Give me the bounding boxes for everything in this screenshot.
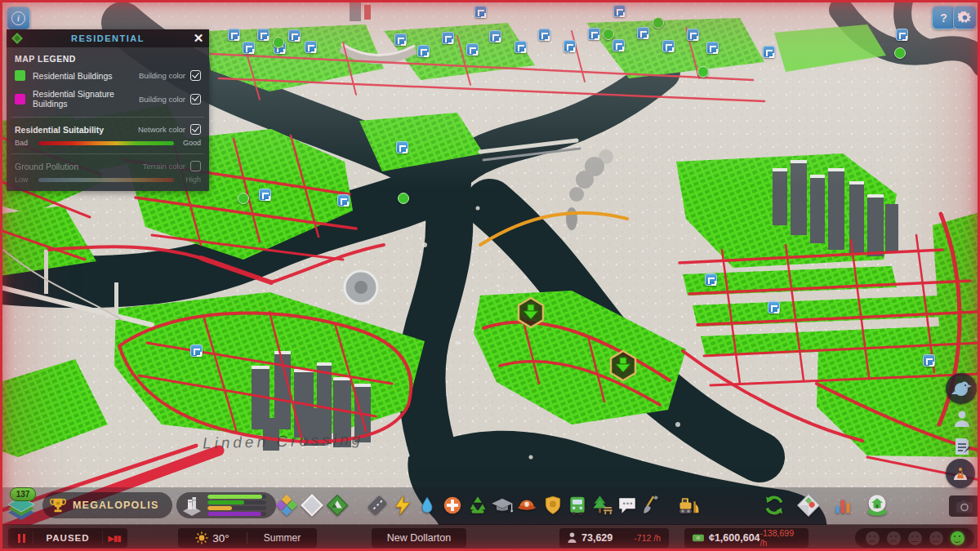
tool-economy-button[interactable] — [761, 491, 787, 519]
population-display[interactable]: 73,629 -712 /h — [559, 528, 669, 548]
milestone-label: MEGALOPOLIS — [73, 500, 159, 511]
network-color-checkbox[interactable] — [190, 124, 201, 135]
building-notification-icon[interactable] — [588, 28, 600, 40]
demand-bars — [207, 493, 266, 518]
building-notification-icon[interactable] — [538, 29, 550, 41]
city-demand-icon — [181, 495, 203, 516]
building-notification-icon[interactable] — [489, 30, 501, 42]
building-notification-icon[interactable] — [474, 6, 487, 18]
tool-transportation-button[interactable] — [564, 491, 590, 519]
parks-recreation-icon — [591, 494, 614, 517]
chirper-button[interactable] — [946, 373, 977, 404]
building-notification-icon[interactable] — [687, 29, 699, 41]
statistics-icon — [832, 495, 853, 516]
building-notification-icon[interactable] — [923, 354, 935, 367]
signature-color-swatch — [15, 94, 25, 104]
close-icon[interactable]: ✕ — [191, 31, 206, 46]
healthcare-icon — [442, 495, 463, 516]
building-notification-icon[interactable] — [394, 33, 407, 46]
help-button[interactable]: ? — [932, 6, 956, 29]
zone-upgrade-badge[interactable] — [608, 349, 638, 382]
legend-row-pollution: Ground Pollution Terrain color — [15, 161, 201, 171]
legend-type-label: Building color — [139, 71, 185, 80]
tool-terraforming-button[interactable] — [639, 491, 665, 519]
milestone-button[interactable]: MEGALOPOLIS — [42, 492, 172, 518]
building-notification-icon[interactable] — [466, 43, 479, 56]
building-notification-icon[interactable] — [305, 41, 317, 53]
building-notification-icon[interactable] — [662, 40, 675, 52]
building-notification-icon[interactable] — [613, 5, 626, 17]
building-color-checkbox-2[interactable] — [190, 94, 201, 104]
building-notification-icon[interactable] — [896, 29, 908, 41]
city-name-button[interactable]: New Dollarton — [372, 528, 466, 548]
building-notification-icon[interactable] — [396, 141, 408, 153]
legend-type-label: Building color — [139, 95, 185, 104]
building-notification-icon[interactable] — [190, 344, 203, 357]
building-notification-icon[interactable] — [337, 194, 350, 207]
tool-fire-rescue-button[interactable] — [514, 491, 540, 519]
terrain-color-checkbox[interactable] — [190, 161, 201, 171]
tool-vegetation-button[interactable] — [324, 491, 350, 519]
legend-type-label: Network color — [138, 125, 185, 134]
divider — [11, 117, 204, 118]
building-notification-icon[interactable] — [705, 273, 717, 286]
levelup-notification-icon[interactable] — [398, 193, 409, 204]
xp-progress-button[interactable]: 137 — [5, 489, 39, 523]
levelup-notification-icon[interactable] — [238, 193, 249, 204]
tool-zoning-button[interactable] — [274, 491, 300, 519]
building-color-checkbox-1[interactable] — [190, 70, 201, 81]
building-notification-icon[interactable] — [564, 40, 576, 52]
tool-areas-button[interactable] — [299, 491, 325, 519]
pollution-scale: Low High — [15, 176, 201, 184]
building-notification-icon[interactable] — [514, 41, 527, 53]
levelup-notification-icon[interactable] — [653, 17, 664, 29]
happiness-display[interactable] — [855, 528, 974, 548]
tool-progression-button[interactable] — [864, 491, 890, 519]
scale-min-label: Low — [15, 176, 34, 184]
citizen-info-button[interactable] — [947, 405, 977, 433]
tool-police-button[interactable] — [540, 491, 566, 519]
building-notification-icon[interactable] — [259, 189, 271, 201]
tool-statistics-button[interactable] — [830, 491, 856, 519]
radio-button[interactable] — [946, 459, 975, 488]
tool-roads-button[interactable] — [364, 491, 390, 519]
tool-map-tiles-button[interactable] — [795, 491, 822, 519]
pause-button[interactable] — [10, 530, 33, 546]
tool-communications-button[interactable] — [614, 491, 640, 519]
levelup-notification-icon[interactable] — [273, 37, 284, 48]
zone-upgrade-badge[interactable] — [516, 296, 546, 329]
season-label[interactable]: Summer — [247, 532, 317, 544]
building-notification-icon[interactable] — [637, 27, 649, 39]
tool-electricity-button[interactable] — [390, 491, 416, 519]
speed-button[interactable]: ▶▮▮ — [103, 530, 126, 546]
levelup-notification-icon[interactable] — [603, 29, 614, 40]
info-views-button[interactable]: i — [7, 7, 30, 30]
tool-water-sewage-button[interactable] — [414, 491, 440, 519]
electricity-icon — [392, 495, 413, 516]
tool-garbage-button[interactable] — [465, 491, 491, 519]
tool-parks-recreation-button[interactable] — [590, 491, 616, 519]
building-notification-icon[interactable] — [288, 29, 301, 42]
legend-label: Residential Buildings — [33, 71, 139, 81]
economy-icon — [763, 494, 786, 517]
demand-widget[interactable] — [176, 492, 276, 518]
levelup-notification-icon[interactable] — [894, 47, 906, 59]
building-notification-icon[interactable] — [706, 42, 719, 54]
tool-healthcare-button[interactable] — [439, 491, 466, 519]
happiness-face-frown — [887, 531, 901, 545]
journal-button[interactable] — [947, 433, 977, 460]
building-notification-icon[interactable] — [442, 32, 454, 44]
happiness-face-smile — [951, 531, 964, 545]
money-display[interactable]: ¢1,600,604 -138,699 /h — [684, 528, 808, 548]
building-notification-icon[interactable] — [768, 301, 780, 313]
tool-education-button[interactable] — [489, 491, 515, 519]
building-notification-icon[interactable] — [763, 46, 775, 58]
building-notification-icon[interactable] — [228, 29, 240, 41]
building-notification-icon[interactable] — [243, 42, 255, 54]
levelup-notification-icon[interactable] — [697, 66, 709, 78]
building-notification-icon[interactable] — [612, 39, 625, 51]
building-notification-icon[interactable] — [417, 45, 430, 57]
building-notification-icon[interactable] — [257, 29, 270, 41]
tool-bulldozer-button[interactable] — [675, 491, 702, 519]
settings-button[interactable] — [953, 6, 977, 29]
